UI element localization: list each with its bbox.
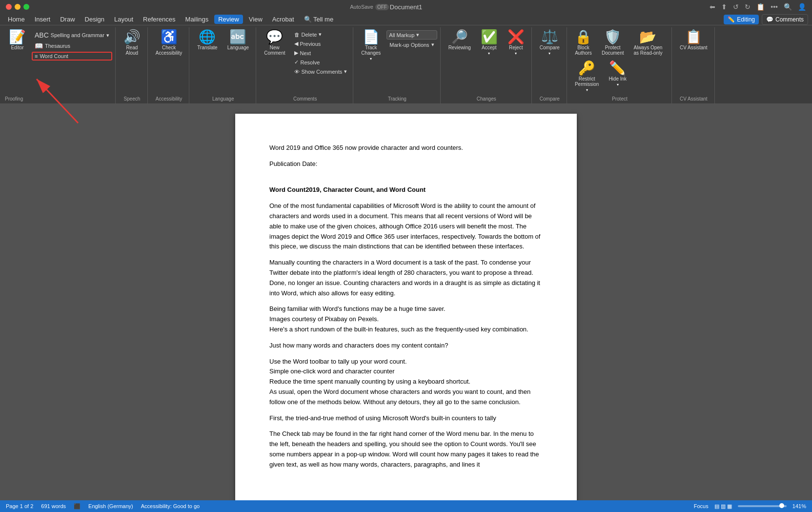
accept-label: Accept bbox=[482, 45, 497, 50]
all-markup-dropdown[interactable]: All Markup ▾ bbox=[386, 30, 437, 40]
resolve-label: Resolve bbox=[301, 60, 320, 65]
menu-acrobat[interactable]: Acrobat bbox=[268, 15, 298, 24]
doc-para-1: Word 2019 and Office 365 now provide cha… bbox=[269, 143, 543, 153]
ribbon-group-speech: 🔊 ReadAloud Speech bbox=[117, 27, 148, 103]
next-comment-button[interactable]: ▶ Next bbox=[291, 49, 350, 57]
show-comments-button[interactable]: 👁 Show Comments ▾ bbox=[291, 67, 350, 76]
word-count-icon: ≡ bbox=[35, 53, 38, 59]
always-open-button[interactable]: 📂 Always Openas Read-only bbox=[629, 28, 666, 58]
menu-review[interactable]: Review bbox=[214, 15, 243, 24]
language-button[interactable]: 🔤 Language bbox=[223, 28, 253, 52]
menu-layout[interactable]: Layout bbox=[110, 15, 137, 24]
translate-button[interactable]: 🌐 Translate bbox=[193, 28, 221, 52]
focus-button[interactable]: Focus bbox=[694, 503, 709, 509]
menu-draw[interactable]: Draw bbox=[56, 15, 79, 24]
view-icon[interactable]: 📋 bbox=[756, 3, 765, 11]
delete-comment-button[interactable]: 🗑 Delete ▾ bbox=[291, 30, 350, 39]
new-comment-button[interactable]: 💬 NewComment bbox=[260, 28, 289, 58]
cv-assistant-button[interactable]: 📋 CV Assistant bbox=[676, 28, 711, 52]
resolve-comment-button[interactable]: ✓ Resolve bbox=[291, 58, 350, 66]
proofing-group-label: Proofing bbox=[5, 95, 112, 102]
protect-document-button[interactable]: 🛡️ ProtectDocument bbox=[598, 28, 628, 58]
toolbar-icons: ⬅ ⬆ ↺ ↻ 📋 ••• 🔍 👤 bbox=[710, 3, 806, 11]
accessibility-group-label: Accessibility bbox=[156, 95, 182, 102]
more-icon[interactable]: ••• bbox=[771, 3, 778, 11]
changes-group-label: Changes bbox=[477, 95, 496, 102]
always-open-label: Always Openas Read-only bbox=[633, 45, 662, 56]
doc-heading-1: Word Count2019, Character Count, and Wor… bbox=[269, 185, 543, 195]
check-accessibility-button[interactable]: ♿ CheckAccessibility bbox=[152, 28, 186, 58]
undo-icon[interactable]: ↺ bbox=[733, 3, 739, 11]
doc-para-3: One of the most fundamental capabilities… bbox=[269, 201, 543, 252]
ribbon: 📝 Editor ABC Spelling and Grammar ▾ 📖 Th… bbox=[0, 25, 812, 104]
previous-comment-button[interactable]: ◀ Previous bbox=[291, 40, 350, 48]
read-aloud-icon: 🔊 bbox=[123, 30, 141, 44]
autosave-toggle[interactable]: AutoSave OFF bbox=[350, 4, 389, 10]
redo-icon[interactable]: ↻ bbox=[745, 3, 751, 11]
comments-group-label: Comments bbox=[293, 95, 317, 102]
menu-mailings[interactable]: Mailings bbox=[182, 15, 213, 24]
cv-assistant-label: CV Assistant bbox=[680, 45, 708, 50]
status-bar: Page 1 of 2 691 words ⬛ English (Germany… bbox=[0, 500, 812, 512]
word-count-label: Word Count bbox=[40, 53, 68, 59]
markup-options-button[interactable]: Mark-up Options ▾ bbox=[386, 41, 437, 49]
protect-document-label: ProtectDocument bbox=[602, 45, 624, 56]
ribbon-group-protect: 🔒 BlockAuthors 🛡️ ProtectDocument 📂 Alwa… bbox=[568, 27, 672, 103]
editor-button[interactable]: 📝 Editor bbox=[5, 28, 30, 52]
menu-insert[interactable]: Insert bbox=[31, 15, 55, 24]
editing-button[interactable]: ✏️ Editing bbox=[724, 15, 759, 24]
menu-view[interactable]: View bbox=[245, 15, 266, 24]
document-page[interactable]: Word 2019 and Office 365 now provide cha… bbox=[235, 114, 577, 512]
comments-icon: 💬 bbox=[766, 16, 773, 23]
maximize-button[interactable] bbox=[23, 4, 29, 10]
block-authors-button[interactable]: 🔒 BlockAuthors bbox=[571, 28, 596, 58]
hide-ink-button[interactable]: ✏️ Hide Ink ▾ bbox=[605, 60, 630, 89]
reject-button[interactable]: ❌ Reject ▾ bbox=[504, 28, 528, 58]
home-icon[interactable]: ⬆ bbox=[721, 3, 727, 11]
zoom-slider[interactable] bbox=[738, 505, 787, 507]
track-changes-button[interactable]: 📄 TrackChanges ▾ bbox=[357, 28, 385, 63]
autosave-state[interactable]: OFF bbox=[375, 4, 389, 10]
compare-group-label: Compare bbox=[540, 95, 560, 102]
page-info: Page 1 of 2 bbox=[6, 503, 33, 509]
back-icon[interactable]: ⬅ bbox=[710, 3, 715, 11]
menu-references[interactable]: References bbox=[139, 15, 179, 24]
restrict-permission-label: RestrictPermission bbox=[575, 76, 599, 87]
read-aloud-button[interactable]: 🔊 ReadAloud bbox=[120, 28, 144, 58]
always-open-icon: 📂 bbox=[639, 30, 656, 44]
restrict-permission-button[interactable]: 🔑 RestrictPermission ▾ bbox=[571, 60, 603, 94]
accept-button[interactable]: ✅ Accept ▾ bbox=[477, 28, 502, 58]
compare-icon: ⚖️ bbox=[541, 30, 558, 44]
editor-icon: 📝 bbox=[9, 30, 26, 44]
doc-para-9: The Check tab may be found in the far ri… bbox=[269, 429, 543, 470]
previous-icon: ◀ bbox=[294, 41, 298, 47]
menu-home[interactable]: Home bbox=[4, 15, 29, 24]
spelling-grammar-button[interactable]: ABC Spelling and Grammar ▾ bbox=[32, 30, 112, 40]
ribbon-group-cv-assistant: 📋 CV Assistant CV Assistant bbox=[673, 27, 715, 103]
ribbon-group-compare: ⚖️ Compare ▾ Compare bbox=[533, 27, 567, 103]
reviewing-button[interactable]: 🔎 Reviewing bbox=[445, 28, 475, 58]
doc-para-7: Use the Word toolbar to tally up your wo… bbox=[269, 357, 543, 408]
menu-design[interactable]: Design bbox=[81, 15, 108, 24]
language-group-label: Language bbox=[212, 95, 234, 102]
search-icon[interactable]: 🔍 bbox=[784, 3, 792, 11]
thesaurus-icon: 📖 bbox=[35, 42, 43, 50]
close-button[interactable] bbox=[6, 4, 12, 10]
accessibility-status: Accessibility: Good to go bbox=[141, 503, 200, 509]
comments-button[interactable]: 💬 Comments bbox=[762, 14, 808, 25]
ribbon-group-comments: 💬 NewComment 🗑 Delete ▾ ◀ Previous ▶ Nex… bbox=[257, 27, 353, 103]
cv-assistant-group-label: CV Assistant bbox=[680, 95, 708, 102]
accessibility-icon: ♿ bbox=[161, 30, 178, 44]
menu-tell-me[interactable]: 🔍 Tell me bbox=[300, 15, 338, 24]
ribbon-group-tracking: 📄 TrackChanges ▾ All Markup ▾ Mark-up Op… bbox=[354, 27, 440, 103]
minimize-button[interactable] bbox=[15, 4, 20, 10]
reject-label: Reject bbox=[509, 45, 523, 50]
track-changes-label: TrackChanges bbox=[361, 45, 381, 56]
language-icon: 🔤 bbox=[229, 30, 246, 44]
word-count-button[interactable]: ≡ Word Count bbox=[32, 52, 112, 61]
share-icon[interactable]: 👤 bbox=[798, 3, 806, 11]
next-icon: ▶ bbox=[294, 50, 298, 56]
compare-button[interactable]: ⚖️ Compare ▾ bbox=[536, 28, 564, 58]
reviewing-label: Reviewing bbox=[448, 45, 471, 50]
thesaurus-button[interactable]: 📖 Thesaurus bbox=[32, 41, 112, 51]
